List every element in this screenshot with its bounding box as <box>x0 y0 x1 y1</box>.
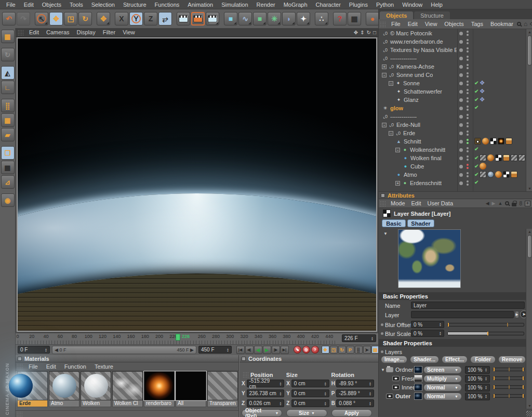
preview-range-slider[interactable]: ◀ 0 F 450 F ▶ <box>52 346 196 354</box>
expand-icon[interactable]: + <box>382 64 387 69</box>
layer-menu-icon[interactable]: ▶ <box>515 311 519 318</box>
objects-menu-view[interactable]: View <box>421 21 441 27</box>
materials-title-bar[interactable]: Materials <box>16 355 238 362</box>
menu-help[interactable]: Help <box>427 1 447 8</box>
axis-modification-icon[interactable]: ◉ <box>1 193 15 207</box>
layer-dot-icon[interactable] <box>459 173 463 177</box>
material-item[interactable]: Transparen <box>207 371 238 407</box>
viewport-menu-display[interactable]: Display <box>73 29 99 35</box>
layer-dot-icon[interactable] <box>459 90 463 94</box>
tab-shader[interactable]: Shader <box>407 219 434 227</box>
play-reverse-button[interactable]: ◀ <box>254 346 262 354</box>
visibility-dots-icon[interactable] <box>467 172 469 177</box>
tree-row-atmo[interactable]: ●Atmo✔ <box>379 171 532 179</box>
uvw-tag-icon[interactable] <box>495 154 502 161</box>
blur-scale-slider[interactable] <box>447 332 524 335</box>
layer-dot-icon[interactable] <box>459 181 463 185</box>
collapse-icon[interactable]: - <box>389 131 393 136</box>
prev-key-button[interactable]: ◀| <box>245 346 254 354</box>
layer-dot-icon[interactable] <box>459 98 463 102</box>
tree-row-www-renderbaron-de[interactable]: ⌞0www.renderbaron.de <box>379 37 532 46</box>
blend-mode-dropdown[interactable]: Multiply▼ <box>423 375 462 383</box>
tree-row-wolkenschnitt[interactable]: -●Wolkenschnitt✔ <box>379 146 532 154</box>
stepper-icon[interactable]: ▲▼ <box>369 336 374 341</box>
search-icon[interactable] <box>505 201 509 205</box>
tree-row-schattenwerfer[interactable]: ✦Schattenwerfer✔✥ <box>379 87 532 96</box>
coords-field-position-y[interactable]: 236.738 cm▲▼ <box>247 389 285 397</box>
tab-basic[interactable]: Basic <box>382 219 406 227</box>
layer-opacity-slider[interactable] <box>493 385 524 389</box>
material-thumbnail-black[interactable] <box>176 371 206 400</box>
search-icon[interactable] <box>517 22 521 26</box>
size-dropdown[interactable]: Size▼ <box>286 409 327 417</box>
coords-field-rotation-h[interactable]: -89.93 °▲▼ <box>336 380 374 387</box>
key-pla-toggle[interactable]: ⣿ <box>355 346 363 354</box>
shader-layer-row-ordner[interactable]: ▼OrdnerScreen▼100 %▲▼ <box>379 366 526 374</box>
layer-dot-icon[interactable] <box>459 82 463 85</box>
environment-icon[interactable]: ✦ <box>297 12 310 25</box>
blend-mode-dropdown[interactable]: Screen▼ <box>423 366 462 374</box>
phong-tag-icon[interactable] <box>480 163 486 170</box>
visibility-dots-icon[interactable] <box>467 81 469 86</box>
zoom-view-icon[interactable]: ⇕ <box>360 30 364 35</box>
layer-thumbnail[interactable] <box>414 384 422 391</box>
y-axis-lock-icon[interactable]: Y <box>129 12 143 25</box>
compositing-tag-icon[interactable] <box>506 138 512 145</box>
tree-row-sonne-und-co[interactable]: -⌞0Sonne und Co <box>379 71 532 79</box>
layer-opacity-slider[interactable] <box>493 376 524 380</box>
eye-icon[interactable] <box>386 394 393 399</box>
menu-functions[interactable]: Functions <box>151 1 184 8</box>
add-panel-icon[interactable]: + <box>525 201 530 206</box>
texture-axis-mode-icon[interactable]: ⊿ <box>1 175 15 189</box>
layer-dot-icon[interactable] <box>459 57 463 60</box>
add-generator-icon[interactable]: ■ <box>253 12 267 25</box>
materials-menu-function[interactable]: Function <box>60 363 90 370</box>
animation-mode-icon[interactable]: ❒ <box>1 146 15 160</box>
visibility-dots-icon[interactable] <box>467 31 469 36</box>
menu-simulation[interactable]: Simulation <box>217 1 252 8</box>
name-field[interactable]: Layer <box>411 302 525 309</box>
layer-dot-icon[interactable] <box>459 132 463 135</box>
blur-offset-slider[interactable] <box>447 323 524 327</box>
expression-tag-icon[interactable]: ✥ <box>480 96 484 103</box>
add-cube-icon[interactable]: ■ <box>224 12 237 25</box>
goto-start-button[interactable]: |◀ <box>236 346 245 354</box>
panel-icon[interactable] <box>242 357 246 361</box>
maximize-view-icon[interactable]: □ <box>373 30 376 35</box>
layer-dot-icon[interactable] <box>459 140 463 144</box>
goto-end-button[interactable]: ▶| <box>281 346 289 354</box>
tree-row-erde[interactable]: -⌞0Erde <box>379 129 532 137</box>
expand-icon[interactable]: + <box>395 181 400 186</box>
range-end-field[interactable]: 450 F ▲▼ <box>198 346 232 354</box>
material-thumbnail-flat-clouds[interactable] <box>112 371 143 400</box>
tab-structure[interactable]: Structure <box>414 11 450 19</box>
objects-menu-objects[interactable]: Objects <box>441 21 467 27</box>
visibility-dots-icon[interactable] <box>467 89 469 94</box>
edge-mode-icon[interactable]: ▦ <box>1 113 15 127</box>
viewport-menu-filter[interactable]: Filter <box>99 29 119 35</box>
material-item[interactable]: Erde <box>17 371 48 407</box>
layer-dot-icon[interactable] <box>459 32 463 35</box>
visibility-dots-icon[interactable] <box>467 155 469 161</box>
apply-button[interactable]: Apply <box>331 409 372 417</box>
layer-opacity-field[interactable]: 100 %▲▼ <box>465 375 490 383</box>
viewport-menu-edit[interactable]: Edit <box>25 29 43 35</box>
tree-row-textures-by-nasa-visible-eart[interactable]: ⌞0Textures by Nasa Visible Eart <box>379 46 532 54</box>
key-parameter-toggle[interactable]: P <box>347 346 354 354</box>
coords-field-size-y[interactable]: 0 cm▲▼ <box>291 389 329 397</box>
shader-layer-row-outer[interactable]: OuterNormal▼100 %▲▼ <box>379 392 526 400</box>
objectrel-dropdown[interactable]: Object (Rel)▼ <box>242 409 282 417</box>
tree-row-sonne[interactable]: -✦Sonne✔✥ <box>379 79 532 87</box>
effect-button[interactable]: Effect... <box>442 356 468 363</box>
objects-menu-edit[interactable]: Edit <box>404 21 421 27</box>
material-item[interactable]: renderbaro <box>144 371 175 407</box>
glow-tag-icon[interactable] <box>498 138 504 145</box>
layer-dot-icon[interactable] <box>459 148 463 152</box>
shader-preview-image[interactable] <box>398 229 461 288</box>
menu-structure[interactable]: Structure <box>119 1 151 8</box>
make-editable-icon[interactable]: ▦ <box>1 30 15 43</box>
tree-row--[interactable]: ⌞0-------------- <box>379 112 532 121</box>
eye-icon[interactable] <box>392 376 400 381</box>
shader-layer-row-inner[interactable]: InnerNormal▼100 %▲▼ <box>379 383 526 392</box>
viewport-menu-cameras[interactable]: Cameras <box>43 29 73 35</box>
